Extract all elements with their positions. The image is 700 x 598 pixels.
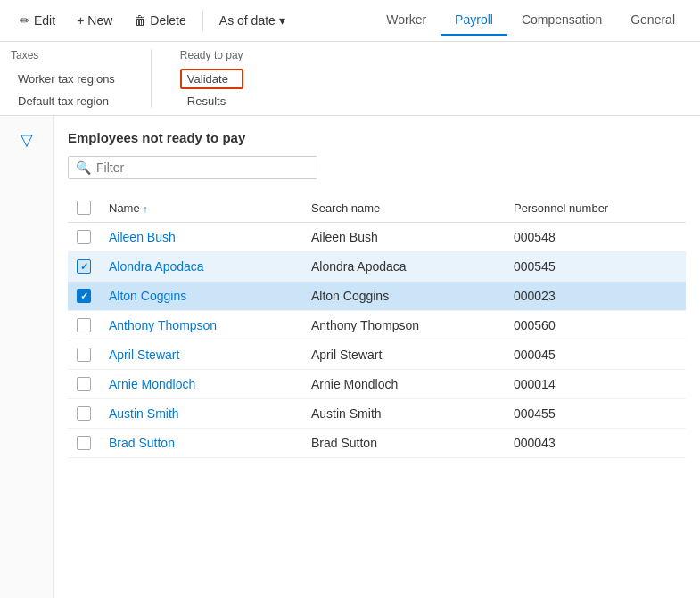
validate-link[interactable]: Validate [180, 69, 243, 89]
employee-personnel-number: 000545 [505, 252, 686, 282]
delete-label: Delete [150, 13, 185, 28]
checkbox-empty[interactable] [77, 406, 91, 421]
edit-button[interactable]: ✏ Edit [11, 8, 64, 33]
tab-bar: Worker Payroll Compensation General [372, 5, 689, 36]
employee-name[interactable]: Anthony Thompson [100, 311, 302, 340]
tab-compensation[interactable]: Compensation [507, 5, 616, 36]
employee-personnel-number: 000560 [505, 311, 686, 340]
employee-personnel-number: 000548 [505, 223, 686, 252]
checkbox-empty[interactable] [77, 436, 91, 450]
table-row: Anthony Thompson Anthony Thompson 000560 [68, 311, 686, 340]
th-checkbox [68, 193, 100, 223]
filter-icon[interactable]: ▽ [21, 130, 33, 150]
employee-name[interactable]: Austin Smith [100, 399, 302, 429]
new-icon: + [77, 13, 84, 28]
employee-search-name: Brad Sutton [302, 429, 505, 458]
as-of-date-label: As of date [219, 13, 276, 28]
edit-icon: ✏ [20, 13, 30, 28]
employee-name[interactable]: Aileen Bush [100, 223, 302, 252]
section-title: Employees not ready to pay [68, 130, 686, 145]
sort-asc-icon: ↑ [143, 203, 148, 214]
checkbox-cell [68, 370, 100, 399]
new-label: New [87, 13, 112, 28]
main-content: ▽ Employees not ready to pay 🔍 Name [0, 116, 700, 598]
checkbox-checked[interactable] [77, 289, 91, 303]
table-row: Aileen Bush Aileen Bush 000548 [68, 223, 686, 252]
search-icon: 🔍 [76, 160, 91, 175]
as-of-date-button[interactable]: As of date ▾ [210, 8, 294, 33]
employee-personnel-number: 000045 [505, 340, 686, 370]
checkbox-cell [68, 429, 100, 458]
employee-name[interactable]: Brad Sutton [100, 429, 302, 458]
employee-search-name: April Stewart [302, 340, 505, 370]
checkbox-empty[interactable] [77, 230, 91, 244]
employee-personnel-number: 000023 [505, 282, 686, 311]
chevron-down-icon: ▾ [279, 13, 285, 28]
left-sidebar: ▽ [0, 116, 54, 598]
checkbox-cell [68, 340, 100, 370]
employee-search-name: Alton Coggins [302, 282, 505, 311]
checkbox-cell [68, 282, 100, 311]
th-search-name: Search name [302, 193, 505, 223]
employee-name[interactable]: Arnie Mondloch [100, 370, 302, 399]
header-checkbox[interactable] [77, 201, 91, 215]
th-personnel-number: Personnel number [505, 193, 686, 223]
checkbox-empty[interactable] [77, 318, 91, 332]
table-row: Austin Smith Austin Smith 000455 [68, 399, 686, 429]
employee-search-name: Anthony Thompson [302, 311, 505, 340]
table-row: Arnie Mondloch Arnie Mondloch 000014 [68, 370, 686, 399]
employee-search-name: Alondra Apodaca [302, 252, 505, 282]
employees-table: Name ↑ Search name Personnel number Aile… [68, 193, 686, 458]
checkbox-cell [68, 252, 100, 282]
ready-to-pay-section: Ready to pay Validate Results [180, 45, 243, 111]
toolbar: ✏ Edit + New 🗑 Delete As of date ▾ Worke… [0, 0, 700, 42]
taxes-section: Taxes Worker tax regions Default tax reg… [11, 45, 122, 111]
filter-input[interactable] [96, 160, 309, 175]
checkbox-cell [68, 399, 100, 429]
checkbox-empty[interactable] [77, 348, 91, 362]
employee-personnel-number: 000014 [505, 370, 686, 399]
employee-personnel-number: 000455 [505, 399, 686, 429]
employee-personnel-number: 000043 [505, 429, 686, 458]
taxes-links: Worker tax regions Default tax region [11, 69, 122, 111]
nav-separator [151, 49, 152, 108]
delete-button[interactable]: 🗑 Delete [125, 8, 194, 33]
checkbox-partial[interactable] [77, 259, 91, 274]
content-panel: Employees not ready to pay 🔍 Name ↑ [54, 116, 700, 598]
tab-general[interactable]: General [616, 5, 689, 36]
toolbar-divider [202, 10, 203, 31]
table-row: April Stewart April Stewart 000045 [68, 340, 686, 370]
table-header-row: Name ↑ Search name Personnel number [68, 193, 686, 223]
tab-payroll[interactable]: Payroll [441, 5, 507, 36]
checkbox-cell [68, 223, 100, 252]
employee-search-name: Aileen Bush [302, 223, 505, 252]
tab-worker[interactable]: Worker [372, 5, 441, 36]
new-button[interactable]: + New [68, 8, 121, 33]
default-tax-region-link[interactable]: Default tax region [11, 91, 122, 111]
table-row: Alondra Apodaca Alondra Apodaca 000545 [68, 252, 686, 282]
employee-name[interactable]: Alondra Apodaca [100, 252, 302, 282]
ready-to-pay-title: Ready to pay [180, 45, 243, 65]
edit-label: Edit [34, 13, 55, 28]
checkbox-cell [68, 311, 100, 340]
filter-bar: 🔍 [68, 156, 317, 179]
secondary-nav: Taxes Worker tax regions Default tax reg… [0, 42, 700, 116]
employee-name[interactable]: Alton Coggins [100, 282, 302, 311]
employee-search-name: Austin Smith [302, 399, 505, 429]
results-link[interactable]: Results [180, 91, 243, 111]
worker-tax-regions-link[interactable]: Worker tax regions [11, 69, 122, 89]
table-row: Alton Coggins Alton Coggins 000023 [68, 282, 686, 311]
checkbox-empty[interactable] [77, 377, 91, 391]
delete-icon: 🗑 [134, 13, 146, 28]
th-name: Name ↑ [100, 193, 302, 223]
table-row: Brad Sutton Brad Sutton 000043 [68, 429, 686, 458]
ready-to-pay-links: Validate Results [180, 69, 243, 111]
employee-search-name: Arnie Mondloch [302, 370, 505, 399]
employee-name[interactable]: April Stewart [100, 340, 302, 370]
taxes-title: Taxes [11, 45, 122, 65]
